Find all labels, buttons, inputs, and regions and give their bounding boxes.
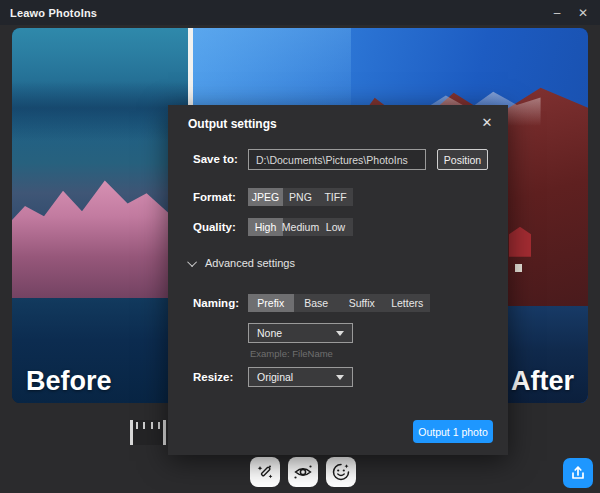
- app-window: Leawo PhotoIns – ✕ Before After: [0, 0, 600, 493]
- titlebar: Leawo PhotoIns – ✕: [0, 0, 600, 25]
- magic-wand-icon: [255, 462, 275, 482]
- naming-example: Example: FileName: [250, 348, 333, 359]
- format-option-png[interactable]: PNG: [283, 188, 318, 206]
- format-option-tiff[interactable]: TIFF: [318, 188, 353, 206]
- quality-option-high[interactable]: High: [248, 218, 283, 236]
- naming-option-prefix[interactable]: Prefix: [248, 294, 294, 312]
- cabin-window: [515, 264, 522, 272]
- naming-option-letters[interactable]: Letters: [385, 294, 431, 312]
- before-label: Before: [26, 366, 112, 397]
- export-button[interactable]: [563, 458, 593, 488]
- before-photo: [12, 28, 188, 403]
- cloud-band: [12, 81, 188, 141]
- eye-icon: [292, 462, 314, 482]
- export-share-icon: [569, 464, 587, 482]
- naming-value: None: [257, 327, 282, 339]
- dropdown-arrow-icon: [336, 375, 344, 380]
- format-label: Format:: [193, 191, 236, 203]
- chevron-down-icon: [187, 257, 197, 267]
- ruler-tick: [143, 422, 145, 429]
- format-option-jpeg[interactable]: JPEG: [248, 188, 283, 206]
- minimize-button[interactable]: –: [546, 3, 568, 23]
- naming-segmented-control: Prefix Base Suffix Letters: [248, 294, 430, 312]
- after-label: After: [511, 366, 574, 397]
- output-settings-dialog: Output settings ✕ Save to: Position Form…: [168, 105, 508, 455]
- quality-label: Quality:: [193, 221, 236, 233]
- dialog-title: Output settings: [188, 117, 277, 131]
- ruler-widget[interactable]: [130, 420, 166, 445]
- window-controls: – ✕: [546, 0, 594, 25]
- naming-value-dropdown[interactable]: None: [248, 323, 353, 343]
- dialog-close-icon[interactable]: ✕: [476, 111, 498, 133]
- resize-dropdown[interactable]: Original: [248, 367, 353, 387]
- output-photo-button[interactable]: Output 1 photo: [413, 420, 493, 443]
- quality-option-medium[interactable]: Medium: [283, 218, 318, 236]
- app-title: Leawo PhotoIns: [10, 7, 97, 19]
- ruler-tick: [136, 422, 138, 429]
- naming-option-base[interactable]: Base: [294, 294, 340, 312]
- ruler-tick: [158, 422, 160, 429]
- naming-label: Naming:: [193, 297, 239, 309]
- close-button[interactable]: ✕: [572, 3, 594, 23]
- ruler-tick: [151, 422, 153, 429]
- position-button[interactable]: Position: [437, 149, 488, 170]
- format-segmented-control: JPEG PNG TIFF: [248, 188, 353, 206]
- quality-option-low[interactable]: Low: [318, 218, 353, 236]
- save-path-input[interactable]: [248, 149, 426, 170]
- smiley-face-icon: [331, 462, 351, 482]
- quality-segmented-control: High Medium Low: [248, 218, 353, 236]
- naming-option-suffix[interactable]: Suffix: [339, 294, 385, 312]
- resize-label: Resize:: [193, 371, 233, 383]
- advanced-settings-label: Advanced settings: [205, 257, 295, 269]
- enhance-wand-button[interactable]: [250, 457, 280, 487]
- resize-value: Original: [257, 371, 293, 383]
- beautify-face-button[interactable]: [326, 457, 356, 487]
- dropdown-arrow-icon: [336, 331, 344, 336]
- save-to-label: Save to:: [193, 153, 238, 165]
- preview-eye-button[interactable]: [288, 457, 318, 487]
- advanced-settings-toggle[interactable]: Advanced settings: [190, 257, 295, 269]
